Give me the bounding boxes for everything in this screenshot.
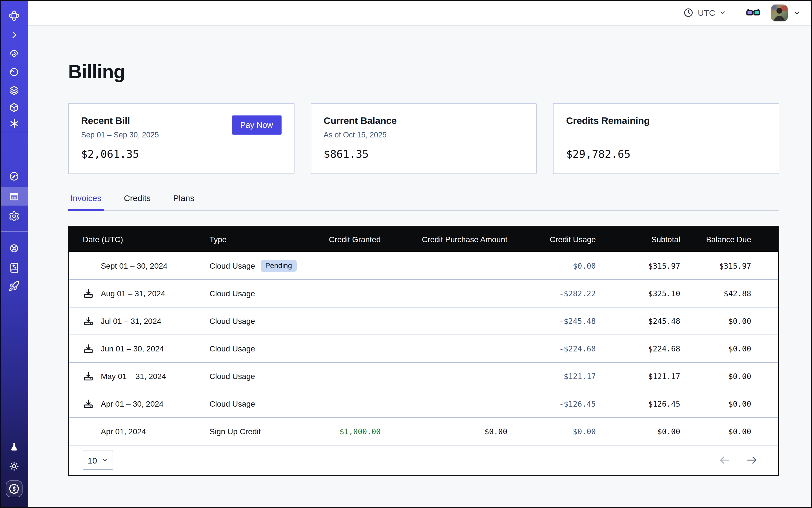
- column-header: Type: [210, 235, 305, 244]
- card-title: Credits Remaining: [566, 116, 766, 127]
- tab-credits[interactable]: Credits: [122, 193, 153, 210]
- timezone-selector[interactable]: UTC: [683, 7, 726, 18]
- credit-purchase-amount: $0.00: [381, 427, 507, 436]
- balance-due: $0.00: [680, 399, 778, 408]
- table-header: Date (UTC) Type Credit Granted Credit Pu…: [69, 227, 778, 252]
- card-subtitle: [566, 131, 766, 140]
- table-row: Aug 01 – 31, 2024 Cloud Usage -$282.22 $…: [69, 279, 778, 307]
- credit-usage: $0.00: [507, 427, 596, 436]
- chevron-down-icon: [719, 9, 726, 16]
- chevron-right-icon: [9, 30, 19, 40]
- table-row: Apr 01, 2024 Sign Up Credit $1,000.00 $0…: [69, 417, 778, 445]
- invoice-date: May 01 – 31, 2024: [101, 372, 166, 381]
- sidebar-item-settings[interactable]: [0, 207, 28, 225]
- flask-icon: [8, 441, 20, 453]
- card-amount: $861.35: [324, 147, 524, 160]
- arrow-right-icon: [745, 454, 758, 466]
- sidebar-divider: [0, 132, 28, 132]
- sidebar-item-layers[interactable]: [0, 81, 28, 99]
- subtotal: $325.10: [596, 289, 680, 298]
- column-header: Credit Purchase Amount: [381, 235, 507, 244]
- chevron-down-icon: [793, 9, 801, 16]
- reader-mode-button[interactable]: [745, 5, 761, 20]
- invoice-date: Jun 01 – 30, 2024: [101, 344, 164, 353]
- timezone-label: UTC: [698, 8, 715, 17]
- subtotal: $121.17: [596, 372, 680, 381]
- balance-due: $315.97: [680, 261, 778, 270]
- next-page-button[interactable]: [745, 454, 758, 466]
- sidebar-item-launch[interactable]: [0, 277, 28, 295]
- invoice-date: Sept 01 – 30, 2024: [101, 261, 168, 270]
- rocket-icon: [8, 281, 20, 292]
- cube-icon: [8, 102, 20, 113]
- invoice-type: Cloud Usage: [210, 399, 255, 408]
- credit-granted: $1,000.00: [305, 427, 381, 436]
- download-invoice-icon[interactable]: [83, 288, 94, 299]
- sidebar-item-logo[interactable]: [0, 7, 28, 25]
- sidebar-item-expand[interactable]: [0, 26, 28, 44]
- billing-tabs: Invoices Credits Plans: [68, 193, 779, 211]
- pay-now-button[interactable]: Pay Now: [232, 116, 281, 135]
- invoice-type: Cloud Usage: [210, 344, 255, 353]
- table-row: May 01 – 31, 2024 Cloud Usage -$121.17 $…: [69, 362, 778, 390]
- column-header: Subtotal: [596, 235, 680, 244]
- page-title: Billing: [68, 61, 779, 83]
- sidebar-item-labs[interactable]: [0, 438, 28, 456]
- history-timer-icon: [8, 67, 20, 78]
- invoice-type: Cloud Usage: [210, 289, 255, 298]
- sidebar-divider: [0, 231, 28, 232]
- ship-wheel-icon: [8, 243, 20, 254]
- main-content: Billing Recent Bill Sep 01 – Sep 30, 202…: [28, 26, 812, 508]
- card-amount: $29,782.65: [566, 147, 766, 160]
- balance-due: $0.00: [680, 344, 778, 353]
- invoice-type: Sign Up Credit: [210, 427, 261, 436]
- column-header: Date (UTC): [69, 235, 210, 244]
- sidebar-item-asterisk[interactable]: [0, 114, 28, 132]
- invoice-date: Apr 01 – 30, 2024: [101, 399, 164, 408]
- sidebar-item-history[interactable]: [0, 63, 28, 81]
- download-invoice-icon[interactable]: [83, 315, 94, 327]
- previous-page-button[interactable]: [719, 454, 731, 466]
- page-size-select[interactable]: 10: [83, 451, 113, 470]
- subtotal: $245.48: [596, 316, 680, 326]
- credit-usage: -$121.17: [507, 372, 596, 381]
- invoice-type: Cloud Usage: [210, 261, 255, 270]
- invoice-date: Aug 01 – 31, 2024: [101, 289, 165, 298]
- subtotal: $126.45: [596, 399, 680, 408]
- layers-icon: [8, 84, 20, 96]
- table-footer: 10: [69, 445, 778, 475]
- credits-button[interactable]: [6, 480, 23, 497]
- chevron-down-icon: [102, 457, 109, 464]
- table-row: Sept 01 – 30, 2024 Cloud UsagePending $0…: [69, 252, 778, 279]
- page-size-value: 10: [88, 455, 97, 465]
- balance-due: $0.00: [680, 372, 778, 381]
- asterisk-icon: [8, 118, 20, 129]
- tab-plans[interactable]: Plans: [171, 193, 197, 210]
- recent-bill-card: Recent Bill Sep 01 – Sep 30, 2025 $2,061…: [68, 103, 294, 174]
- sidebar-item-package[interactable]: [0, 98, 28, 117]
- account-menu[interactable]: [771, 4, 801, 21]
- card-title: Current Balance: [324, 116, 524, 127]
- invoices-table: Date (UTC) Type Credit Granted Credit Pu…: [68, 226, 779, 476]
- sidebar-item-theme[interactable]: [0, 457, 28, 475]
- dollar-badge-icon: [8, 483, 20, 495]
- sidebar-item-observe[interactable]: [0, 45, 28, 63]
- app-window: UTC: [0, 0, 812, 508]
- invoice-date: Apr 01, 2024: [101, 427, 146, 436]
- download-invoice-icon[interactable]: [83, 371, 94, 382]
- tab-invoices[interactable]: Invoices: [68, 193, 103, 210]
- sidebar-item-docs[interactable]: [0, 258, 28, 277]
- sidebar-item-helm[interactable]: [0, 239, 28, 257]
- balance-due: $0.00: [680, 316, 778, 326]
- balance-due: $42.88: [680, 289, 778, 298]
- download-invoice-icon[interactable]: [83, 343, 94, 354]
- clock-icon: [683, 7, 694, 18]
- download-invoice-icon[interactable]: [83, 398, 94, 410]
- sidebar-item-billing[interactable]: [0, 187, 28, 206]
- arrow-left-icon: [719, 454, 731, 466]
- credits-remaining-card: Credits Remaining $29,782.65: [553, 103, 779, 174]
- credit-usage: -$126.45: [507, 399, 596, 408]
- billing-card-icon: [8, 190, 20, 202]
- pending-badge: Pending: [261, 259, 296, 272]
- sidebar-item-usage[interactable]: [0, 167, 28, 185]
